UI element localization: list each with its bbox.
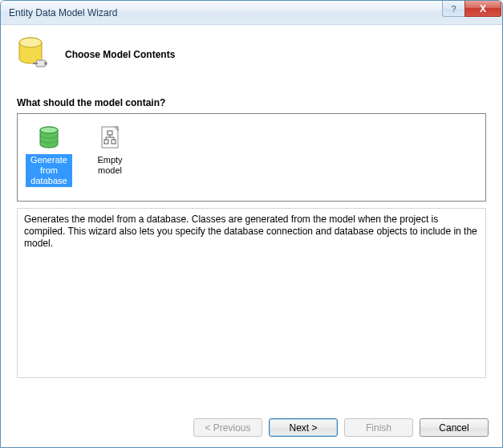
option-label: Empty model [87, 154, 133, 177]
option-label: Generate from database [26, 154, 72, 187]
svg-rect-9 [107, 131, 112, 135]
previous-button: < Previous [193, 418, 262, 437]
close-icon: X [480, 3, 486, 14]
cancel-button[interactable]: Cancel [420, 418, 489, 437]
svg-point-1 [19, 38, 42, 47]
close-button[interactable]: X [464, 1, 501, 17]
dialog-body: Choose Model Contents What should the mo… [1, 25, 502, 378]
finish-button: Finish [344, 418, 413, 437]
svg-rect-10 [104, 140, 108, 144]
option-empty-model[interactable]: Empty model [87, 122, 133, 177]
database-icon [26, 124, 72, 153]
description-box: Generates the model from a database. Cla… [17, 208, 486, 378]
diagram-icon [87, 124, 133, 153]
help-button[interactable]: ? [442, 1, 464, 17]
svg-point-4 [44, 62, 47, 65]
window-controls: ? X [442, 1, 502, 17]
model-options-box: Generate from database Empty model [17, 113, 486, 202]
window-title: Entity Data Model Wizard [9, 7, 442, 18]
database-wizard-icon [17, 36, 51, 73]
help-icon: ? [451, 4, 456, 14]
next-button[interactable]: Next > [269, 418, 338, 437]
description-text: Generates the model from a database. Cla… [24, 214, 477, 249]
wizard-buttons: < Previous Next > Finish Cancel [193, 418, 489, 437]
titlebar: Entity Data Model Wizard ? X [1, 1, 502, 25]
section-prompt: What should the model contain? [1, 97, 502, 113]
svg-point-6 [40, 127, 58, 133]
page-title: Choose Model Contents [65, 49, 175, 60]
header-row: Choose Model Contents [1, 25, 502, 97]
option-generate-from-database[interactable]: Generate from database [26, 122, 72, 187]
svg-rect-11 [112, 140, 116, 144]
